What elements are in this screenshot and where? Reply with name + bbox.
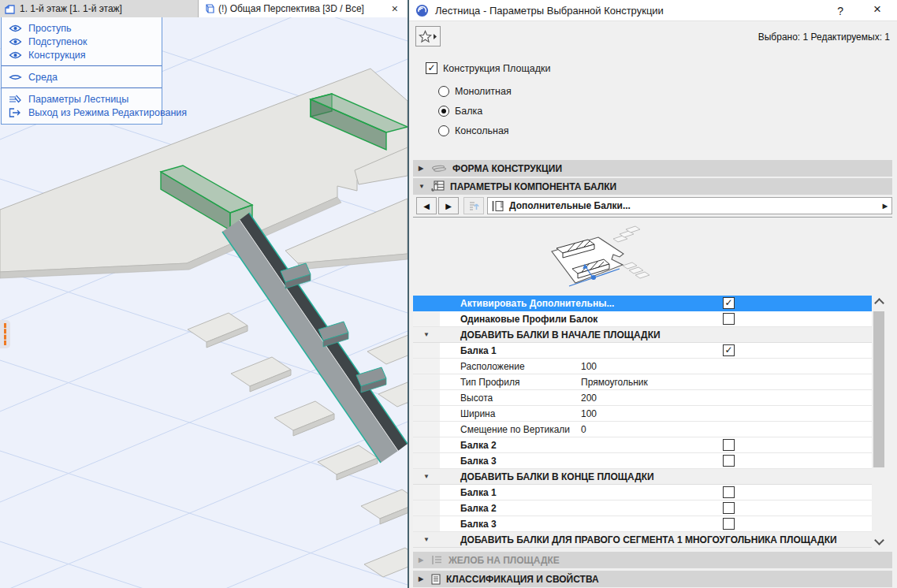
row-value[interactable]: 100 xyxy=(581,408,597,419)
3d-viewport[interactable]: 1. 1-й этаж [1. 1-й этаж] (!) Общая Перс… xyxy=(0,0,408,588)
tab-perspective[interactable]: (!) Общая Перспектива [3D / Все] × xyxy=(199,0,408,17)
section-classification[interactable]: ▶ КЛАССИФИКАЦИЯ И СВОЙСТВА xyxy=(413,571,892,587)
flyout-arrow-icon xyxy=(433,33,437,40)
beam-preview-image xyxy=(504,220,694,294)
table-row[interactable]: ▼ДОБАВИТЬ БАЛКИ ДЛЯ ПРАВОГО СЕГМЕНТА 1 М… xyxy=(413,532,872,548)
row-value[interactable]: 0 xyxy=(581,424,586,435)
radio-label: Монолитная xyxy=(455,86,512,97)
palette-item-tread[interactable]: Проступь xyxy=(2,21,162,35)
table-scrollbar[interactable] xyxy=(873,296,885,548)
row-checkbox[interactable] xyxy=(723,518,735,530)
dropdown-arrow-icon: ▶ xyxy=(883,203,888,210)
section-label: ФОРМА КОНСТРУКЦИИ xyxy=(452,163,562,174)
table-row[interactable]: ▼ДОБАВИТЬ БАЛКИ В НАЧАЛЕ ПЛОЩАДКИ xyxy=(413,327,872,343)
row-label: Балка 1 xyxy=(460,345,497,356)
tab-floor-plan[interactable]: 1. 1-й этаж [1. 1-й этаж] xyxy=(0,0,199,17)
next-component-button[interactable]: ▶ xyxy=(438,197,459,214)
separator-line xyxy=(413,217,892,218)
beam-group-dropdown-label: Дополнительные Балки... xyxy=(509,200,631,211)
close-button[interactable]: × xyxy=(869,2,886,17)
section-landing-gutter[interactable]: ▶ ЖЕЛОБ НА ПЛОЩАДКЕ xyxy=(413,552,892,568)
tab-floor-label: 1. 1-й этаж [1. 1-й этаж] xyxy=(20,3,122,14)
prev-component-button[interactable]: ◀ xyxy=(416,197,437,214)
row-label: Балка 2 xyxy=(460,503,497,514)
landing-structure-checkbox[interactable]: ✓ xyxy=(426,62,437,74)
eye-icon xyxy=(9,24,22,33)
row-value[interactable]: 100 xyxy=(581,361,597,372)
radio-circle[interactable] xyxy=(438,125,449,136)
row-checkbox[interactable] xyxy=(723,486,735,498)
params-table: Активировать Дополнительны...✓Одинаковые… xyxy=(413,296,872,548)
palette-item-label: Выход из Режима Редактирования xyxy=(28,107,187,118)
section-beam-parameters[interactable]: ▼ ПАРАМЕТРЫ КОМПОНЕНТА БАЛКИ xyxy=(413,178,892,195)
radio-cantilevered[interactable]: Консольная xyxy=(438,125,509,136)
group-expander-icon[interactable]: ▼ xyxy=(413,327,440,342)
radio-monolithic[interactable]: Монолитная xyxy=(438,86,512,97)
radio-beam[interactable]: Балка xyxy=(438,106,482,117)
row-checkbox[interactable] xyxy=(723,313,735,325)
stair-settings-icon xyxy=(9,95,22,104)
table-row[interactable]: Балка 1✓ xyxy=(413,343,872,359)
star-icon xyxy=(419,30,432,43)
scroll-down-icon[interactable] xyxy=(874,535,884,545)
palette-divider xyxy=(2,65,162,66)
section-label: ПАРАМЕТРЫ КОМПОНЕНТА БАЛКИ xyxy=(450,181,616,192)
table-row[interactable]: Активировать Дополнительны...✓ xyxy=(413,296,872,311)
table-row[interactable]: Балка 2 xyxy=(413,437,872,453)
3d-box-icon xyxy=(203,3,214,14)
palette-item-exit-edit-mode[interactable]: Выход из Режима Редактирования xyxy=(2,106,162,119)
dialog-title-bar: Лестница - Параметры Выбранной Конструкц… xyxy=(409,0,897,21)
row-value[interactable]: 200 xyxy=(581,393,597,404)
tab-perspective-label: (!) Общая Перспектива [3D / Все] xyxy=(218,3,364,14)
row-label: Ширина xyxy=(460,408,495,419)
row-label: Высота xyxy=(460,393,493,404)
nav-right-icon: ▶ xyxy=(445,202,452,210)
table-row[interactable]: Балка 2 xyxy=(413,501,872,516)
palette-item-label: Параметры Лестницы xyxy=(28,94,128,105)
eye-icon xyxy=(9,37,22,47)
row-checkbox[interactable] xyxy=(723,439,735,451)
beam-group-icon xyxy=(491,200,504,212)
table-row[interactable]: Балка 3 xyxy=(413,516,872,532)
story-icon xyxy=(5,4,16,14)
palette-item-stair-settings[interactable]: Параметры Лестницы xyxy=(2,92,162,106)
radio-circle[interactable] xyxy=(438,106,449,117)
row-label: ДОБАВИТЬ БАЛКИ ДЛЯ ПРАВОГО СЕГМЕНТА 1 МН… xyxy=(460,534,837,545)
table-row[interactable]: ▼ДОБАВИТЬ БАЛКИ В КОНЦЕ ПЛОЩАДКИ xyxy=(413,469,872,485)
row-gutter xyxy=(413,359,440,374)
palette-dock-handle[interactable] xyxy=(0,320,10,348)
palette-item-environment[interactable]: Среда xyxy=(2,70,162,84)
row-checkbox[interactable] xyxy=(723,502,735,514)
help-button[interactable]: ? xyxy=(832,3,848,19)
table-row[interactable]: Расположение100 xyxy=(413,359,872,374)
selection-status: Выбрано: 1 Редактируемых: 1 xyxy=(758,32,890,43)
tab-close-icon[interactable]: × xyxy=(387,2,403,15)
table-row[interactable]: Балка 1 xyxy=(413,485,872,501)
gutter-icon xyxy=(431,555,443,565)
scrollbar-thumb[interactable] xyxy=(873,311,884,467)
radio-circle[interactable] xyxy=(438,86,449,97)
row-checkbox[interactable]: ✓ xyxy=(723,297,735,309)
table-row[interactable]: Ширина100 xyxy=(413,406,872,422)
palette-item-structure[interactable]: Конструкция xyxy=(2,48,162,61)
favorites-button[interactable] xyxy=(415,26,441,47)
palette-item-riser[interactable]: Подступенок xyxy=(2,35,162,48)
row-gutter xyxy=(413,422,440,437)
row-gutter xyxy=(413,485,440,500)
group-expander-icon[interactable]: ▼ xyxy=(413,469,440,484)
section-structure-form[interactable]: ▶ ФОРМА КОНСТРУКЦИИ xyxy=(413,160,892,177)
row-value[interactable]: Прямоугольник xyxy=(581,377,648,388)
beam-group-dropdown[interactable]: Дополнительные Балки... ▶ xyxy=(487,197,892,214)
row-gutter xyxy=(413,453,440,468)
table-row[interactable]: Балка 3 xyxy=(413,453,872,469)
row-checkbox[interactable] xyxy=(723,455,735,467)
table-row[interactable]: Одинаковые Профили Балок xyxy=(413,311,872,327)
transfer-settings-icon xyxy=(468,200,480,212)
transfer-settings-button[interactable] xyxy=(463,197,484,214)
table-row[interactable]: Смещение по Вертикали0 xyxy=(413,422,872,437)
table-row[interactable]: Высота200 xyxy=(413,390,872,406)
group-expander-icon[interactable]: ▼ xyxy=(413,532,440,547)
scroll-up-icon[interactable] xyxy=(874,298,884,308)
row-checkbox[interactable]: ✓ xyxy=(723,344,735,356)
table-row[interactable]: Тип ПрофиляПрямоугольник xyxy=(413,374,872,390)
